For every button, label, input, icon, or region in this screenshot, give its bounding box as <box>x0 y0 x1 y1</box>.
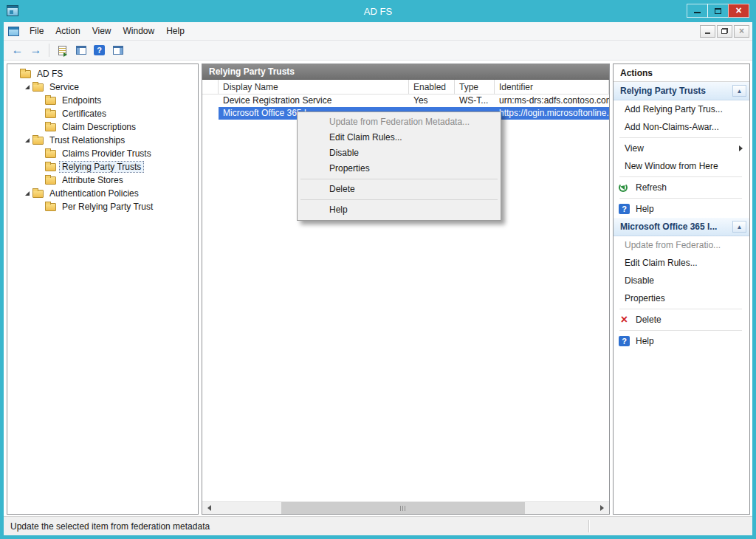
expander-icon[interactable] <box>35 161 45 173</box>
tree-item-label: Relying Party Trusts <box>60 162 143 172</box>
action-sections: Relying Party Trusts ▲ Add Relying Party… <box>614 82 749 350</box>
context-menu-item[interactable]: Update from Federation Metadata... <box>299 114 499 130</box>
action-pane-toggle-button[interactable] <box>109 42 127 59</box>
context-menu-item[interactable]: Edit Claim Rules... <box>299 130 499 145</box>
action-item[interactable]: New Window from Here <box>614 157 749 175</box>
minimize-button[interactable] <box>687 4 708 18</box>
folder-icon <box>45 150 56 158</box>
expander-icon[interactable] <box>10 68 20 80</box>
forward-button[interactable] <box>27 42 45 59</box>
menu-item[interactable]: Window <box>117 24 161 38</box>
mdi-minimize-button[interactable] <box>700 25 715 38</box>
separator <box>300 179 498 179</box>
menu-item[interactable]: View <box>86 24 117 38</box>
expander-icon[interactable] <box>23 134 32 146</box>
column-header-display-name[interactable]: Display Name <box>219 80 409 94</box>
action-section-items: Add Relying Party Trus... Add Non-Claims… <box>614 100 749 218</box>
action-item[interactable]: Properties <box>614 289 749 307</box>
folder-icon <box>45 163 56 171</box>
tree-item[interactable]: AD FS <box>7 67 198 80</box>
action-item[interactable]: Add Non-Claims-Awar... <box>614 118 749 136</box>
collapse-icon[interactable]: ▲ <box>732 85 746 97</box>
separator <box>300 199 498 200</box>
expander-icon[interactable] <box>35 108 45 120</box>
console-tree-icon <box>76 46 86 55</box>
window-title: AD FS <box>0 6 756 17</box>
action-item-icon <box>619 183 628 192</box>
action-item-label: Properties <box>625 293 665 303</box>
expander-icon[interactable] <box>23 81 32 93</box>
column-header-identifier[interactable]: Identifier <box>495 80 609 94</box>
scrollbar-grip-icon <box>400 506 406 511</box>
context-menu-item[interactable]: Properties <box>299 161 499 176</box>
context-menu-item[interactable]: Delete <box>299 182 499 197</box>
expander-icon[interactable] <box>35 121 45 133</box>
column-header-icon[interactable] <box>202 80 219 94</box>
action-item[interactable]: Help <box>614 332 749 350</box>
action-item[interactable]: Refresh <box>614 179 749 196</box>
tree-item[interactable]: Relying Party Trusts <box>7 160 198 174</box>
column-header-enabled[interactable]: Enabled <box>409 80 455 94</box>
client-area: FileActionViewWindowHelp <box>4 22 752 535</box>
separator <box>619 330 742 331</box>
action-item[interactable]: View <box>614 140 749 157</box>
mdi-close-button[interactable] <box>734 25 749 38</box>
table-row[interactable]: Device Registration Service Yes WS-T... … <box>202 95 609 107</box>
tree-item[interactable]: Attribute Stores <box>7 174 198 187</box>
menu-item[interactable]: Help <box>160 24 190 38</box>
minimize-icon <box>694 12 701 13</box>
mdi-close-icon <box>739 26 744 36</box>
action-section-label: Microsoft Office 365 I... <box>620 222 717 232</box>
action-item[interactable]: Disable <box>614 272 749 289</box>
tree-item[interactable]: Certificates <box>7 107 198 120</box>
mdi-restore-button[interactable] <box>717 25 732 38</box>
expander-icon[interactable] <box>23 188 32 199</box>
tree-item[interactable]: Service <box>7 80 198 94</box>
tree-item[interactable]: Endpoints <box>7 94 198 107</box>
menu-item[interactable]: Action <box>49 24 86 38</box>
action-item[interactable]: Add Relying Party Trus... <box>614 100 749 118</box>
export-list-button[interactable] <box>53 42 72 59</box>
console-tree-toggle-button[interactable] <box>72 42 90 59</box>
column-header-type[interactable]: Type <box>455 80 495 94</box>
context-menu-item[interactable]: Help <box>299 202 499 218</box>
scroll-left-button[interactable] <box>202 502 215 514</box>
menu-item[interactable]: File <box>24 24 49 38</box>
tree-item[interactable]: Authentication Policies <box>7 187 198 200</box>
tree-item[interactable]: Claim Descriptions <box>7 120 198 134</box>
folder-icon <box>45 123 56 131</box>
action-item-icon <box>619 315 630 326</box>
horizontal-scrollbar[interactable] <box>202 501 609 514</box>
maximize-button[interactable] <box>707 4 729 18</box>
tree-item-label: Certificates <box>60 109 109 119</box>
context-menu: Update from Federation Metadata... Edit … <box>297 111 501 221</box>
action-item[interactable]: Edit Claim Rules... <box>614 254 749 272</box>
action-item-label: Help <box>636 204 654 214</box>
tree-item[interactable]: Trust Relationships <box>7 134 198 147</box>
tree-item[interactable]: Per Relying Party Trust <box>7 200 198 213</box>
tree-item-label: Claim Descriptions <box>60 122 138 132</box>
action-section-header[interactable]: Relying Party Trusts ▲ <box>614 82 749 100</box>
back-button[interactable] <box>8 42 27 59</box>
expander-icon[interactable] <box>35 148 45 159</box>
action-section-header[interactable]: Microsoft Office 365 I... ▲ <box>614 218 749 236</box>
row-icon-cell <box>202 107 219 120</box>
action-pane-icon <box>113 46 123 55</box>
action-item[interactable]: Update from Federatio... <box>614 236 749 254</box>
scrollbar-thumb[interactable] <box>281 502 525 514</box>
action-item-label: Disable <box>625 275 654 286</box>
expander-icon[interactable] <box>35 201 45 213</box>
action-item[interactable]: Delete <box>614 311 749 329</box>
scroll-right-button[interactable] <box>597 502 609 514</box>
toolbar <box>4 41 752 61</box>
action-item[interactable]: Help <box>614 200 749 218</box>
expander-icon[interactable] <box>35 174 45 186</box>
scrollbar-track[interactable] <box>215 502 597 514</box>
tree-item[interactable]: Claims Provider Trusts <box>7 147 198 160</box>
expander-icon[interactable] <box>35 95 45 106</box>
title-bar[interactable]: AD FS <box>0 0 756 22</box>
context-menu-item[interactable]: Disable <box>299 145 499 161</box>
help-toolbar-button[interactable] <box>90 42 109 59</box>
collapse-icon[interactable]: ▲ <box>732 221 746 233</box>
close-button[interactable] <box>728 4 749 18</box>
